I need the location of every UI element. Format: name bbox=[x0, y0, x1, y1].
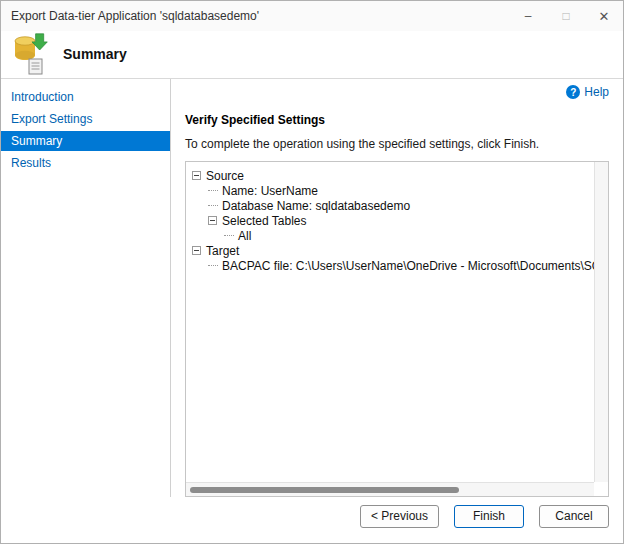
sidebar-item-summary[interactable]: Summary bbox=[1, 131, 170, 151]
verify-settings-heading: Verify Specified Settings bbox=[185, 113, 609, 127]
tree-connector bbox=[208, 265, 218, 266]
horizontal-scrollbar-thumb[interactable] bbox=[190, 487, 459, 493]
finish-button[interactable]: Finish bbox=[454, 505, 524, 528]
tree-connector bbox=[208, 190, 218, 191]
tree-node-label: Database Name: sqldatabasedemo bbox=[222, 199, 410, 213]
export-database-icon bbox=[11, 33, 51, 75]
summary-content: ? Help Verify Specified Settings To comp… bbox=[171, 79, 623, 497]
finish-instruction: To complete the operation using the spec… bbox=[185, 137, 609, 151]
collapse-icon[interactable] bbox=[192, 246, 201, 255]
wizard-header: Summary bbox=[1, 31, 623, 79]
settings-tree-panel: Source Name: UserName Database Name: sql… bbox=[185, 161, 609, 497]
collapse-icon[interactable] bbox=[192, 171, 201, 180]
tree-connector bbox=[208, 205, 218, 206]
settings-tree: Source Name: UserName Database Name: sql… bbox=[186, 162, 608, 273]
tree-node-label: Name: UserName bbox=[222, 184, 318, 198]
sidebar-item-export-settings[interactable]: Export Settings bbox=[1, 109, 170, 129]
tree-node-all-tables[interactable]: All bbox=[190, 228, 606, 243]
dialog-footer: < Previous Finish Cancel bbox=[1, 497, 623, 543]
window-title: Export Data-tier Application 'sqldatabas… bbox=[11, 9, 509, 23]
collapse-icon[interactable] bbox=[208, 216, 217, 225]
previous-button[interactable]: < Previous bbox=[360, 505, 439, 528]
sidebar-item-results[interactable]: Results bbox=[1, 153, 170, 173]
tree-connector bbox=[224, 235, 234, 236]
tree-node-label: All bbox=[238, 229, 251, 243]
tree-node-source-name[interactable]: Name: UserName bbox=[190, 183, 606, 198]
help-link[interactable]: Help bbox=[584, 85, 609, 99]
maximize-icon[interactable]: □ bbox=[547, 1, 585, 31]
export-dialog: Export Data-tier Application 'sqldatabas… bbox=[0, 0, 624, 544]
help-row: ? Help bbox=[185, 85, 609, 99]
help-icon: ? bbox=[566, 85, 580, 99]
main-area: Introduction Export Settings Summary Res… bbox=[1, 79, 623, 497]
tree-node-bacpac-file[interactable]: BACPAC file: C:\Users\UserName\OneDrive … bbox=[190, 258, 606, 273]
minimize-icon[interactable]: – bbox=[509, 1, 547, 31]
tree-node-label: Source bbox=[206, 169, 244, 183]
horizontal-scrollbar[interactable] bbox=[186, 482, 594, 496]
wizard-steps-sidebar: Introduction Export Settings Summary Res… bbox=[1, 79, 171, 497]
close-icon[interactable]: ✕ bbox=[585, 1, 623, 31]
tree-node-selected-tables[interactable]: Selected Tables bbox=[190, 213, 606, 228]
cancel-button[interactable]: Cancel bbox=[539, 505, 609, 528]
titlebar[interactable]: Export Data-tier Application 'sqldatabas… bbox=[1, 1, 623, 31]
tree-node-label: BACPAC file: C:\Users\UserName\OneDrive … bbox=[222, 259, 606, 273]
tree-node-database-name[interactable]: Database Name: sqldatabasedemo bbox=[190, 198, 606, 213]
tree-node-source[interactable]: Source bbox=[190, 168, 606, 183]
vertical-scrollbar[interactable] bbox=[594, 162, 608, 482]
tree-node-label: Target bbox=[206, 244, 239, 258]
tree-node-label: Selected Tables bbox=[222, 214, 307, 228]
tree-node-target[interactable]: Target bbox=[190, 243, 606, 258]
sidebar-item-introduction[interactable]: Introduction bbox=[1, 87, 170, 107]
page-title: Summary bbox=[63, 46, 127, 62]
